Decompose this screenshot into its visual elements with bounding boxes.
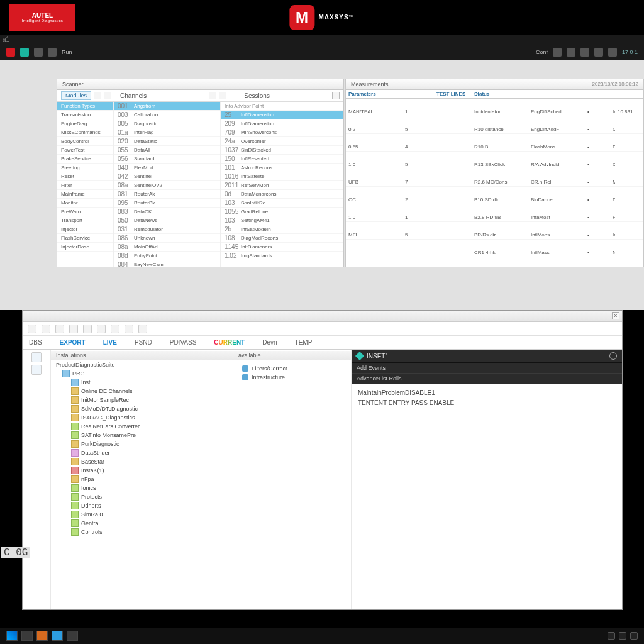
- grid-header[interactable]: [528, 90, 585, 99]
- home-icon[interactable]: [28, 325, 36, 333]
- session-row[interactable]: 24aOvercomer: [221, 137, 343, 146]
- tree-item[interactable]: InitMonSampleRec: [62, 396, 233, 404]
- session-row[interactable]: 1055GradRelone: [221, 208, 343, 216]
- module-row[interactable]: Monitor: [57, 199, 113, 208]
- doc-icon[interactable]: [34, 48, 43, 57]
- ide-tab[interactable]: DBS: [29, 339, 42, 346]
- channel-row[interactable]: 086Unknown: [114, 234, 220, 243]
- session-row[interactable]: 1145InitDiameners: [221, 243, 343, 252]
- close-icon[interactable]: ×: [612, 312, 619, 319]
- edit-icon[interactable]: [209, 92, 216, 99]
- channel-row[interactable]: 020DataStatic: [114, 137, 220, 146]
- tree-item[interactable]: Ddnorts: [62, 501, 233, 510]
- grid-header[interactable]: [610, 90, 615, 99]
- channel-row[interactable]: 005Diagnostic: [114, 119, 220, 128]
- session-row[interactable]: 209InflDiamension: [221, 119, 343, 128]
- channel-row[interactable]: 08aSentinelOV2: [114, 181, 220, 190]
- module-row[interactable]: Filter: [57, 181, 113, 190]
- tree-item[interactable]: IS40/AG_Diagnostics: [62, 413, 233, 422]
- channel-row[interactable]: 084BayNewCam: [114, 260, 220, 267]
- globe-icon[interactable]: [553, 48, 562, 57]
- grid-header[interactable]: Parameters: [346, 90, 402, 99]
- ide-tab[interactable]: EXPORT: [60, 339, 86, 346]
- start-button[interactable]: [6, 631, 18, 641]
- channel-row[interactable]: 01aInterFlag: [114, 128, 220, 137]
- options-icon[interactable]: [609, 352, 617, 360]
- module-row[interactable]: EngineDiag: [57, 119, 113, 128]
- session-row[interactable]: 2011RefServMon: [221, 181, 343, 190]
- grid-header[interactable]: Status: [472, 90, 528, 99]
- fwd-icon[interactable]: [55, 325, 64, 333]
- channel-row[interactable]: 056Standard: [114, 155, 220, 164]
- eye-icon[interactable]: [580, 48, 589, 57]
- tree-item[interactable]: Controls: [62, 528, 233, 536]
- session-row[interactable]: 101AstronRecons: [221, 164, 343, 172]
- scanner-tab[interactable]: Scanner: [57, 79, 343, 90]
- grid-header[interactable]: [402, 90, 434, 99]
- explorer-icon[interactable]: [21, 631, 33, 641]
- conf-menu[interactable]: Conf: [536, 49, 548, 55]
- refresh-icon[interactable]: [567, 48, 575, 57]
- search-icon[interactable]: [219, 92, 226, 99]
- redo-icon[interactable]: [111, 325, 119, 333]
- app2-icon[interactable]: [36, 631, 48, 641]
- undo-icon[interactable]: [97, 325, 106, 333]
- tray-icon1[interactable]: [608, 632, 615, 640]
- module-row[interactable]: Steering: [57, 164, 113, 172]
- tree-item[interactable]: SdMoD/DTcDiagnostic: [62, 404, 233, 413]
- tray-icon3[interactable]: [630, 632, 638, 640]
- channel-row[interactable]: 040FlexMod: [114, 164, 220, 172]
- col-header-modules[interactable]: Modules: [61, 91, 91, 100]
- module-row[interactable]: Reset: [57, 172, 113, 181]
- tree-item[interactable]: SimRa 0: [62, 510, 233, 519]
- ide-tab[interactable]: PDIVASS: [170, 339, 197, 346]
- app3-icon[interactable]: [52, 631, 63, 641]
- tree-item[interactable]: RealNetEars Converter: [62, 422, 233, 431]
- tree-item[interactable]: InstaK(1): [62, 466, 233, 475]
- channel-row[interactable]: 055DataAll: [114, 146, 220, 155]
- module-row[interactable]: MiscECommands: [57, 128, 113, 137]
- channel-row[interactable]: 050DataNews: [114, 216, 220, 225]
- grid-header[interactable]: [615, 90, 643, 99]
- tree-item[interactable]: BaseStar: [62, 457, 233, 466]
- category-item[interactable]: Infrastructure: [242, 373, 342, 382]
- details-sub1[interactable]: Add Events: [352, 363, 622, 374]
- channel-row[interactable]: 001Angstrom: [114, 102, 220, 111]
- tree-root[interactable]: PRG: [62, 369, 233, 378]
- session-row[interactable]: 103SettingAM41: [221, 216, 343, 225]
- tool-icon[interactable]: [20, 48, 29, 57]
- ide-tab[interactable]: CURRENT: [214, 339, 245, 346]
- session-row[interactable]: 25InflDiamension: [221, 111, 343, 119]
- sort-icon[interactable]: [94, 92, 101, 99]
- db-icon[interactable]: [31, 365, 42, 375]
- help-icon[interactable]: [608, 48, 617, 57]
- module-row[interactable]: PreWarn: [57, 208, 113, 216]
- channel-row[interactable]: 083DataOK: [114, 208, 220, 216]
- session-row[interactable]: 108DiagModRecons: [221, 234, 343, 243]
- tree-item[interactable]: Ionics: [62, 484, 233, 492]
- session-row[interactable]: 2bInfSatModeIn: [221, 225, 343, 234]
- session-row[interactable]: 1037SinDiStacked: [221, 146, 343, 155]
- module-row[interactable]: InjectorDose: [57, 243, 113, 252]
- link-icon[interactable]: [48, 48, 57, 57]
- app4-icon[interactable]: [67, 631, 78, 641]
- module-row[interactable]: BodyControl: [57, 137, 113, 146]
- tray-icon2[interactable]: [619, 632, 626, 640]
- expand-icon[interactable]: [332, 92, 340, 99]
- ide-tab[interactable]: LIVE: [103, 339, 117, 346]
- tree-item[interactable]: PurkDiagnostic: [62, 440, 233, 448]
- module-row[interactable]: Transmission: [57, 111, 113, 119]
- module-row[interactable]: Injector: [57, 225, 113, 234]
- session-row[interactable]: 1016InitSatelite: [221, 172, 343, 181]
- module-row[interactable]: Function Types: [57, 102, 113, 111]
- filter-icon[interactable]: [104, 92, 111, 99]
- channel-row[interactable]: 042Sentinel: [114, 172, 220, 181]
- module-row[interactable]: Mainframe: [57, 190, 113, 199]
- col-header-channels[interactable]: Channels: [120, 92, 147, 99]
- ide-tab[interactable]: Devn: [262, 339, 277, 346]
- channel-row[interactable]: 031Remodulator: [114, 225, 220, 234]
- tree-item[interactable]: Inst: [62, 378, 233, 387]
- col-header-sessions[interactable]: Sessions: [244, 92, 270, 99]
- session-row[interactable]: 0dDataMonarcons: [221, 190, 343, 199]
- module-row[interactable]: BrakeService: [57, 155, 113, 164]
